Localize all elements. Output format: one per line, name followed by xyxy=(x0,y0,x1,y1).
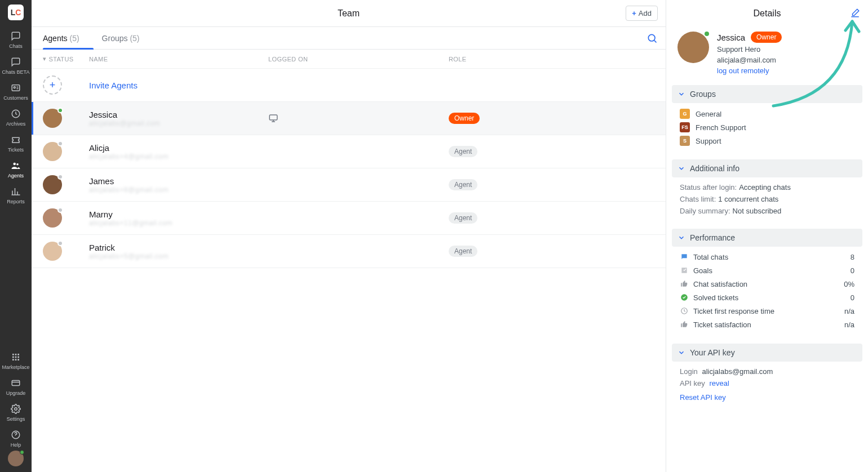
agent-row[interactable]: Jessicaalicjalabs@gmail.com Owner xyxy=(32,102,666,135)
chat-bubble-icon xyxy=(10,56,21,68)
profile-role: Support Hero xyxy=(717,45,782,54)
edit-button[interactable] xyxy=(850,8,860,18)
app-sidebar: LC Chats Chats BETA Customers Archives T… xyxy=(0,0,32,472)
people-icon xyxy=(10,160,21,171)
role-badge: Agent xyxy=(449,179,477,190)
chevron-down-icon: ▾ xyxy=(43,55,46,63)
agent-row[interactable]: Patrickalicjalabs+5@gmail.com Agent xyxy=(32,235,666,268)
details-panel: Details Jessica Owner Support Hero alicj… xyxy=(666,0,868,472)
tab-groups[interactable]: Groups (5) xyxy=(102,28,140,48)
chevron-down-icon xyxy=(677,90,685,98)
svg-rect-13 xyxy=(17,359,19,360)
add-button[interactable]: + Add xyxy=(626,6,658,21)
nav-label: Settings xyxy=(7,416,25,422)
nav-help[interactable]: Help xyxy=(0,425,32,451)
agent-avatar xyxy=(43,142,62,161)
logout-link[interactable]: log out remotely xyxy=(717,66,782,75)
agent-name: Jessica xyxy=(89,110,268,119)
role-badge: Owner xyxy=(449,113,480,124)
nav-chats-beta[interactable]: Chats BETA xyxy=(0,52,32,78)
section-groups-header[interactable]: Groups xyxy=(672,85,862,103)
search-icon[interactable] xyxy=(646,33,658,44)
perf-value: n/a xyxy=(844,320,854,329)
perf-label: Total chats xyxy=(693,253,728,261)
performance-row: Ticket first response timen/a xyxy=(680,306,854,315)
section-additional-header[interactable]: Additional info xyxy=(672,159,862,177)
col-role: ROLE xyxy=(449,56,654,63)
col-name: NAME xyxy=(89,56,268,63)
svg-rect-5 xyxy=(12,354,14,355)
group-name: French Support xyxy=(696,123,746,132)
agent-name: Marny xyxy=(89,210,268,219)
user-avatar[interactable] xyxy=(8,451,24,466)
section-api-header[interactable]: Your API key xyxy=(672,344,862,362)
svg-rect-10 xyxy=(17,357,19,358)
role-badge: Agent xyxy=(449,246,477,257)
col-status[interactable]: ▾ STATUS xyxy=(43,55,89,63)
nav-reports[interactable]: Reports xyxy=(0,181,32,207)
agent-email: alicjalabs+8@gmail.com xyxy=(89,186,268,194)
svg-rect-12 xyxy=(15,359,17,360)
nav-upgrade[interactable]: Upgrade xyxy=(0,373,32,399)
ticket-icon xyxy=(10,134,21,145)
nav-customers[interactable]: Customers xyxy=(0,78,32,104)
chevron-down-icon xyxy=(677,234,685,242)
group-item: GGeneral xyxy=(680,109,854,119)
kv-value: Not subscribed xyxy=(733,207,782,215)
agent-avatar xyxy=(43,242,62,261)
invite-label: Invite Agents xyxy=(89,81,268,90)
nav-agents[interactable]: Agents xyxy=(0,155,32,181)
reset-api-link[interactable]: Reset API key xyxy=(680,393,726,402)
agent-avatar xyxy=(43,208,62,228)
svg-rect-0 xyxy=(12,85,20,91)
section-performance-header[interactable]: Performance xyxy=(672,229,862,247)
chart-icon xyxy=(10,186,21,197)
perf-label: Goals xyxy=(693,266,712,275)
nav-label: Chats xyxy=(9,43,23,49)
invite-agents-row[interactable]: + Invite Agents xyxy=(32,69,666,102)
svg-point-3 xyxy=(14,163,16,166)
plus-circle-icon: + xyxy=(43,75,62,95)
agent-row[interactable]: Jamesalicjalabs+8@gmail.com Agent xyxy=(32,168,666,202)
agent-row[interactable]: Marnyalicjalabs+11@gmail.com Agent xyxy=(32,202,666,235)
tab-agents[interactable]: Agents (5) xyxy=(43,28,79,48)
nav-label: Tickets xyxy=(8,147,24,153)
performance-row: Solved tickets0 xyxy=(680,293,854,302)
profile-name: Jessica xyxy=(717,33,745,42)
nav-chats[interactable]: Chats xyxy=(0,26,32,52)
agent-email: alicjalabs+4@gmail.com xyxy=(89,153,268,161)
agent-row[interactable]: Alicjaalicjalabs+4@gmail.com Agent xyxy=(32,135,666,168)
reveal-link[interactable]: reveal xyxy=(709,379,729,388)
group-icon: FS xyxy=(680,122,690,132)
agent-email: alicjalabs+11@gmail.com xyxy=(89,219,268,227)
svg-rect-11 xyxy=(12,359,14,360)
chevron-down-icon xyxy=(677,164,685,172)
app-logo[interactable]: LC xyxy=(8,5,24,20)
profile-avatar xyxy=(677,32,709,63)
details-title: Details xyxy=(666,0,868,27)
nav-archives[interactable]: Archives xyxy=(0,104,32,130)
tab-count: (5) xyxy=(130,34,139,43)
owner-badge: Owner xyxy=(751,32,782,43)
plus-icon: + xyxy=(632,9,636,17)
profile-block: Jessica Owner Support Hero alicjala@mail… xyxy=(666,27,868,83)
agent-avatar xyxy=(43,109,62,128)
kv-value: Accepting chats xyxy=(739,183,791,192)
monitor-icon xyxy=(268,113,278,123)
svg-point-1 xyxy=(14,87,15,88)
nav-label: Chats BETA xyxy=(2,69,30,75)
nav-tickets[interactable]: Tickets xyxy=(0,130,32,155)
section-label: Groups xyxy=(690,90,716,99)
nav-settings[interactable]: Settings xyxy=(0,399,32,425)
kv-value: 1 concurrent chats xyxy=(718,195,778,203)
group-icon: G xyxy=(680,109,690,119)
svg-rect-14 xyxy=(12,381,20,386)
svg-rect-6 xyxy=(15,354,17,355)
nav-label: Reports xyxy=(7,199,25,204)
column-headers: ▾ STATUS NAME LOGGED ON ROLE xyxy=(32,50,666,69)
svg-point-15 xyxy=(15,408,17,411)
nav-label: Upgrade xyxy=(6,390,26,396)
clock-icon xyxy=(680,306,689,315)
svg-rect-7 xyxy=(17,354,19,355)
nav-marketplace[interactable]: Marketplace xyxy=(0,347,32,373)
